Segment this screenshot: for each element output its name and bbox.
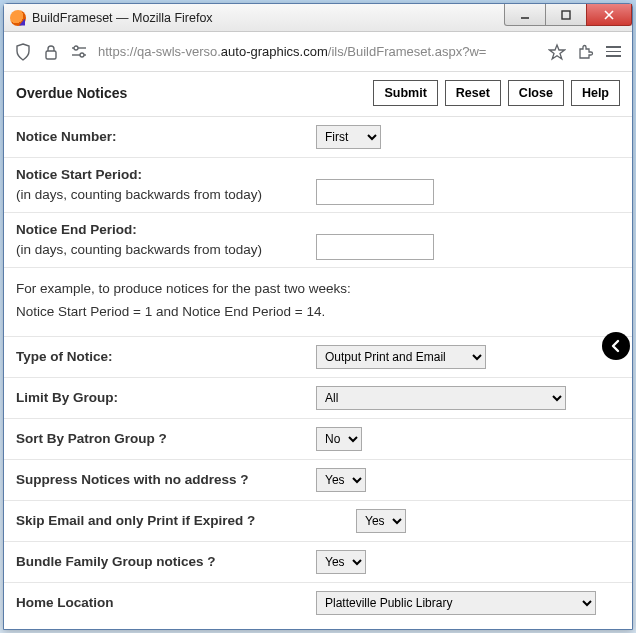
firefox-icon (10, 10, 26, 26)
select-notice-number[interactable]: First (316, 125, 381, 149)
lock-icon[interactable] (42, 43, 60, 61)
address-bar: https://qa-swls-verso.auto-graphics.com/… (4, 32, 632, 72)
row-suppress-no-addr: Suppress Notices with no address ? Yes (4, 460, 632, 501)
page-content: Overdue Notices Submit Reset Close Help … (4, 72, 632, 629)
svg-point-8 (80, 53, 84, 57)
select-type-of-notice[interactable]: Output Print and Email (316, 345, 486, 369)
label-suppress-no-addr: Suppress Notices with no address ? (16, 470, 249, 490)
select-limit-by-group[interactable]: All (316, 386, 566, 410)
minimize-button[interactable] (504, 4, 546, 26)
minimize-icon (519, 9, 531, 21)
select-skip-email-expired[interactable]: Yes (356, 509, 406, 533)
hamburger-icon (606, 46, 621, 57)
maximize-button[interactable] (545, 4, 587, 26)
menu-button[interactable] (604, 43, 622, 61)
label-notice-end-rest: (in days, counting backwards from today) (16, 242, 262, 257)
row-type-of-notice: Type of Notice: Output Print and Email (4, 337, 632, 378)
maximize-icon (560, 9, 572, 21)
row-sort-by-patron: Sort By Patron Group ? No (4, 419, 632, 460)
label-notice-start-rest: (in days, counting backwards from today) (16, 187, 262, 202)
close-window-button[interactable] (586, 4, 632, 26)
close-icon (603, 9, 615, 21)
svg-point-6 (74, 46, 78, 50)
label-notice-end-bold: Notice End Period: (16, 222, 137, 237)
svg-rect-4 (46, 51, 56, 59)
chevron-left-icon (609, 339, 623, 353)
select-home-location[interactable]: Platteville Public Library (316, 591, 596, 615)
url-domain: auto-graphics.com (221, 44, 328, 59)
svg-rect-1 (562, 11, 570, 19)
page-title: Overdue Notices (16, 85, 366, 101)
extensions-icon[interactable] (576, 43, 594, 61)
page-header: Overdue Notices Submit Reset Close Help (4, 72, 632, 117)
bookmark-icon[interactable] (548, 43, 566, 61)
row-bundle-family: Bundle Family Group notices ? Yes (4, 542, 632, 583)
window-controls (505, 4, 632, 26)
close-button[interactable]: Close (508, 80, 564, 106)
url-display[interactable]: https://qa-swls-verso.auto-graphics.com/… (98, 44, 538, 59)
row-notice-start: Notice Start Period: (in days, counting … (4, 158, 632, 213)
select-suppress-no-addr[interactable]: Yes (316, 468, 366, 492)
url-suffix: /ils/BuildFrameset.aspx?w= (328, 44, 487, 59)
label-home-location: Home Location (16, 593, 114, 613)
row-notice-end: Notice End Period: (in days, counting ba… (4, 213, 632, 268)
help-button[interactable]: Help (571, 80, 620, 106)
label-notice-number: Notice Number: (16, 127, 117, 147)
back-fab[interactable] (602, 332, 630, 360)
titlebar: BuildFrameset — Mozilla Firefox (4, 4, 632, 32)
reset-button[interactable]: Reset (445, 80, 501, 106)
example-text: For example, to produce notices for the … (4, 268, 632, 337)
select-sort-by-patron[interactable]: No (316, 427, 362, 451)
input-notice-start[interactable] (316, 179, 434, 205)
shield-icon[interactable] (14, 43, 32, 61)
url-prefix: https://qa-swls-verso. (98, 44, 221, 59)
label-skip-email-expired: Skip Email and only Print if Expired ? (16, 511, 255, 531)
browser-window: BuildFrameset — Mozilla Firefox https://… (3, 3, 633, 630)
example-line1: For example, to produce notices for the … (16, 281, 351, 296)
label-notice-start-bold: Notice Start Period: (16, 167, 142, 182)
input-notice-end[interactable] (316, 234, 434, 260)
label-bundle-family: Bundle Family Group notices ? (16, 552, 216, 572)
label-sort-by-patron: Sort By Patron Group ? (16, 429, 167, 449)
row-home-location: Home Location Platteville Public Library (4, 583, 632, 623)
permissions-icon[interactable] (70, 43, 88, 61)
label-limit-by-group: Limit By Group: (16, 388, 118, 408)
label-type-of-notice: Type of Notice: (16, 347, 113, 367)
submit-button[interactable]: Submit (373, 80, 437, 106)
row-notice-number: Notice Number: First (4, 117, 632, 158)
row-limit-by-group: Limit By Group: All (4, 378, 632, 419)
row-skip-email-expired: Skip Email and only Print if Expired ? Y… (4, 501, 632, 542)
example-line2: Notice Start Period = 1 and Notice End P… (16, 304, 325, 319)
window-title: BuildFrameset — Mozilla Firefox (32, 11, 213, 25)
select-bundle-family[interactable]: Yes (316, 550, 366, 574)
